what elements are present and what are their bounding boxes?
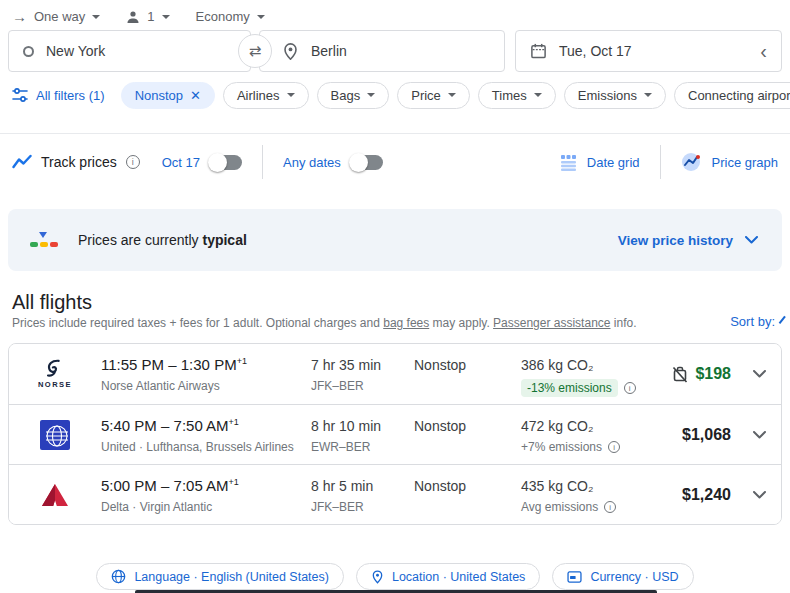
chip-label: Nonstop (135, 88, 183, 103)
chip-label: Times (492, 88, 527, 103)
chevron-down-icon (367, 93, 375, 97)
filter-chips-row: All filters (1) Nonstop ✕ Airlines Bags … (0, 81, 790, 109)
duration-cell: 8 hr 10 min EWR–BER (311, 405, 414, 464)
flight-duration: 8 hr 10 min (311, 418, 381, 434)
expand-cell[interactable] (737, 344, 781, 404)
location-button[interactable]: Location · United States (356, 563, 540, 590)
disclaimer-text: may apply. (429, 316, 493, 330)
info-icon[interactable]: i (624, 382, 636, 394)
norse-logo: NORSE (38, 359, 72, 389)
close-icon[interactable]: ✕ (190, 89, 201, 102)
stops-cell: Nonstop (414, 465, 521, 524)
info-icon[interactable]: i (604, 501, 616, 513)
date-grid-button[interactable]: Date grid (559, 153, 640, 172)
flight-times: 11:55 PM – 1:30 PM+1 (101, 356, 247, 373)
flight-results-list: NORSE 11:55 PM – 1:30 PM+1 Norse Atlanti… (8, 343, 782, 525)
price-insight-text: Prices are currently typical (78, 232, 247, 248)
price-graph-button[interactable]: Price graph (681, 151, 778, 173)
results-fineprint-row: Prices include required taxes + fees for… (12, 316, 778, 330)
flight-price: $1,068 (682, 426, 731, 444)
info-icon[interactable]: i (126, 155, 140, 169)
plus-days: +1 (237, 356, 247, 366)
date-field[interactable]: Tue, Oct 17 ‹ (515, 30, 782, 72)
flight-times: 5:40 PM – 7:50 AM+1 (101, 417, 239, 434)
footer: Language · English (United States) Locat… (0, 563, 790, 590)
view-price-history-button[interactable]: View price history (618, 233, 758, 248)
globe-icon (111, 569, 126, 584)
date-toggle-switch[interactable] (210, 155, 242, 170)
destination-field[interactable]: Berlin (259, 30, 505, 72)
currency-button[interactable]: Currency · USD (552, 563, 693, 590)
stops-cell: Nonstop (414, 405, 521, 464)
bag-fees-link[interactable]: bag fees (383, 316, 429, 330)
price-level-icon (30, 232, 60, 248)
filter-chip-times[interactable]: Times (478, 82, 556, 109)
all-filters-button[interactable]: All filters (1) (12, 88, 105, 103)
date-grid-label: Date grid (587, 155, 640, 170)
filter-chip-price[interactable]: Price (397, 82, 470, 109)
filters-section: All filters (1) Nonstop ✕ Airlines Bags … (0, 81, 790, 134)
plus-days: +1 (229, 417, 239, 427)
filter-chip-emissions[interactable]: Emissions (564, 82, 666, 109)
flight-price: $1,240 (682, 486, 731, 504)
filter-chip-airlines[interactable]: Airlines (223, 82, 309, 109)
passenger-assistance-link[interactable]: Passenger assistance (493, 316, 610, 330)
filter-chip-bags[interactable]: Bags (317, 82, 390, 109)
filter-chip-connecting-airports[interactable]: Connecting airports (674, 82, 790, 109)
expand-cell[interactable] (737, 405, 781, 464)
chip-label: Price (411, 88, 441, 103)
cabin-class-select[interactable]: Economy (196, 9, 265, 24)
destination-value: Berlin (311, 43, 347, 59)
disclaimer-text: info. (610, 316, 636, 330)
language-button[interactable]: Language · English (United States) (96, 563, 344, 590)
norse-wordmark: NORSE (38, 380, 72, 389)
no-bag-icon (672, 366, 688, 383)
flight-row-united[interactable]: 5:40 PM – 7:50 AM+1 United · Lufthansa, … (9, 404, 781, 464)
expand-cell[interactable] (737, 465, 781, 524)
flight-price: $198 (695, 365, 731, 383)
any-dates-switch[interactable] (351, 155, 383, 170)
track-prices-label-group: Track prices i (12, 154, 140, 170)
chip-label: Bags (331, 88, 361, 103)
price-cell: $1,068 (671, 405, 737, 464)
person-icon (126, 10, 140, 24)
trip-type-select[interactable]: → One way (12, 8, 100, 25)
filter-chip-nonstop[interactable]: Nonstop ✕ (121, 82, 215, 109)
info-icon[interactable]: i (608, 441, 620, 453)
emissions-line: +7% emissions i (521, 440, 671, 454)
origin-field[interactable]: New York (8, 30, 251, 72)
date-value: Tue, Oct 17 (559, 43, 632, 59)
emissions-cell: 435 kg CO₂ Avg emissions i (521, 465, 671, 524)
chevron-down-icon (257, 15, 265, 19)
duration-cell: 7 hr 35 min JFK–BER (311, 344, 414, 404)
trip-type-label: One way (34, 9, 85, 24)
cabin-class-label: Economy (196, 9, 250, 24)
passengers-select[interactable]: 1 (126, 9, 169, 24)
disclaimer-text: Prices include required taxes + fees for… (12, 316, 383, 330)
swap-airports-button[interactable]: ⇄ (238, 34, 272, 68)
airline-names: Norse Atlantic Airways (101, 379, 311, 393)
date-grid-icon (559, 153, 578, 172)
toggle-thumb (208, 153, 227, 172)
delta-logo (40, 482, 70, 508)
emissions-line: Avg emissions i (521, 500, 671, 514)
track-prices-label: Track prices (41, 154, 117, 170)
sort-by-button[interactable]: Sort by: (730, 314, 782, 329)
plus-days: +1 (229, 477, 239, 487)
track-date-toggle[interactable]: Oct 17 (162, 155, 242, 170)
origin-value: New York (46, 43, 105, 59)
norse-glyph-icon (43, 359, 67, 379)
flight-row-norse[interactable]: NORSE 11:55 PM – 1:30 PM+1 Norse Atlanti… (9, 344, 781, 404)
airline-logo-cell (9, 465, 101, 524)
chip-label: Connecting airports (688, 88, 790, 103)
any-dates-toggle[interactable]: Any dates (283, 155, 383, 170)
flight-times: 5:00 PM – 7:05 AM+1 (101, 477, 239, 494)
previous-date-chevron[interactable]: ‹ (760, 41, 767, 61)
chevron-down-icon (753, 370, 766, 378)
chevron-down-icon (162, 15, 170, 19)
search-row: New York ⇄ Berlin Tue, Oct 17 ‹ (8, 30, 782, 72)
airline-names: Delta · Virgin Atlantic (101, 500, 311, 514)
chevron-down-icon (534, 93, 542, 97)
flight-row-delta[interactable]: 5:00 PM – 7:05 AM+1 Delta · Virgin Atlan… (9, 464, 781, 524)
toggle-thumb (349, 153, 368, 172)
